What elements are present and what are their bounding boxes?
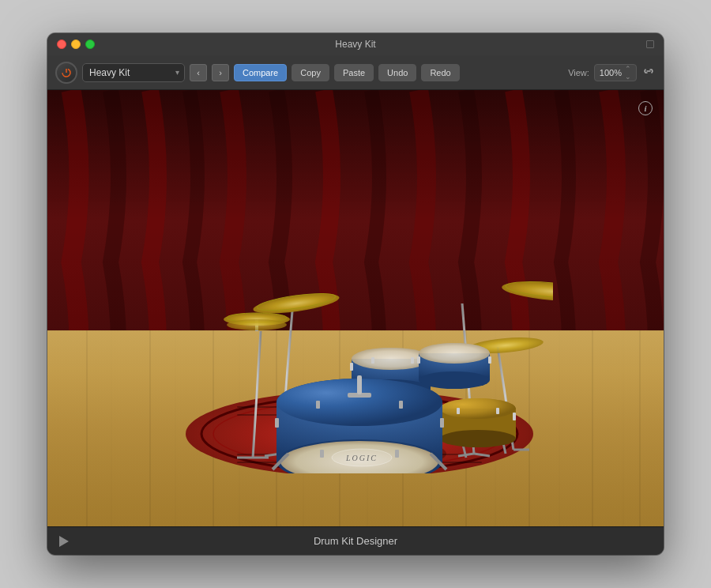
svg-rect-79: [496, 408, 499, 414]
svg-rect-88: [275, 418, 279, 428]
svg-rect-65: [411, 357, 414, 364]
svg-rect-62: [350, 363, 353, 371]
view-label: View:: [568, 68, 589, 77]
maximize-button[interactable]: [85, 40, 95, 49]
redo-button[interactable]: Redo: [421, 64, 459, 81]
preset-arrow: ▾: [175, 68, 179, 77]
svg-rect-90: [316, 401, 320, 409]
svg-point-75: [440, 398, 516, 419]
svg-rect-64: [371, 357, 374, 364]
main-window: Heavy Kit Heavy Kit ▾ ‹ › Compare Copy P…: [47, 33, 664, 555]
svg-rect-93: [395, 450, 399, 458]
compare-button[interactable]: Compare: [234, 64, 287, 81]
drum-kit[interactable]: LOGIC: [158, 173, 553, 473]
svg-rect-92: [320, 450, 324, 458]
play-icon: [59, 536, 69, 547]
nav-forward-button[interactable]: ›: [212, 64, 229, 81]
svg-point-74: [440, 430, 516, 447]
svg-rect-91: [399, 401, 403, 409]
svg-rect-78: [457, 408, 460, 414]
svg-rect-97: [357, 375, 362, 394]
svg-rect-77: [513, 413, 516, 420]
svg-point-69: [419, 343, 490, 364]
svg-point-44: [227, 319, 287, 330]
info-button[interactable]: i: [638, 101, 653, 115]
preset-value: Heavy Kit: [89, 67, 130, 78]
power-button[interactable]: [55, 62, 77, 84]
svg-point-68: [419, 371, 490, 389]
copy-button[interactable]: Copy: [292, 64, 329, 81]
stage-scene: i: [47, 90, 664, 526]
window-title: Heavy Kit: [335, 39, 375, 50]
svg-rect-71: [488, 356, 491, 364]
window-resize-icon[interactable]: [646, 40, 654, 48]
nav-back-button[interactable]: ‹: [190, 64, 207, 81]
plugin-title: Drum Kit Designer: [314, 535, 397, 547]
preset-dropdown[interactable]: Heavy Kit ▾: [82, 63, 185, 82]
undo-button[interactable]: Undo: [378, 64, 416, 81]
view-stepper[interactable]: ⌃⌄: [625, 65, 631, 81]
status-bar: Drum Kit Designer: [47, 526, 664, 555]
traffic-lights: [57, 40, 95, 49]
title-bar: Heavy Kit: [47, 33, 664, 55]
paste-button[interactable]: Paste: [334, 64, 374, 81]
svg-text:LOGIC: LOGIC: [345, 454, 378, 462]
svg-rect-70: [417, 356, 420, 364]
link-icon[interactable]: [641, 66, 656, 79]
toolbar: Heavy Kit ▾ ‹ › Compare Copy Paste Undo …: [47, 55, 664, 90]
svg-rect-89: [440, 418, 444, 428]
close-button[interactable]: [57, 40, 66, 49]
minimize-button[interactable]: [71, 40, 81, 49]
main-content: i: [47, 90, 664, 526]
play-button[interactable]: [57, 534, 71, 548]
view-percent[interactable]: 100% ⌃⌄: [594, 64, 637, 81]
